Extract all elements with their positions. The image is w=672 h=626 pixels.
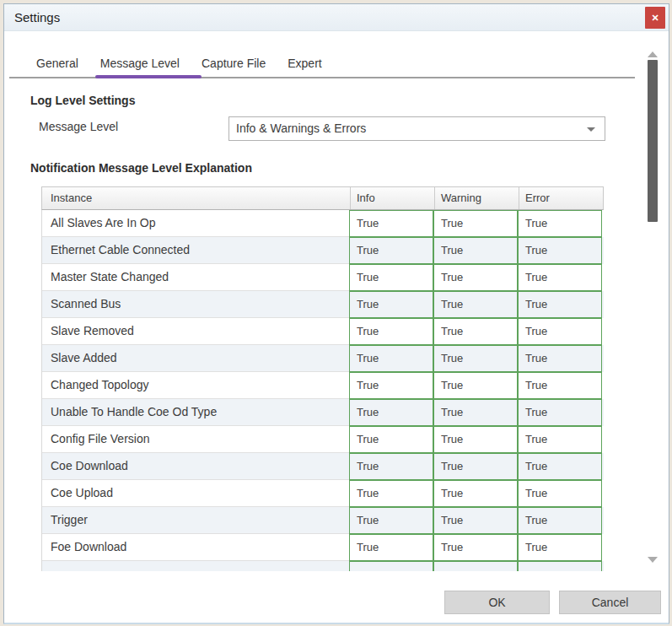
column-header-warning: Warning: [434, 187, 519, 209]
error-cell[interactable]: [518, 561, 602, 571]
chevron-down-icon: [587, 127, 595, 132]
table-row: Coe UploadTrueTrueTrue: [42, 480, 604, 507]
table-row: Slave RemovedTrueTrueTrue: [42, 318, 604, 345]
instance-cell: Config File Version: [42, 426, 349, 453]
table-header: Instance Info Warning Error: [41, 186, 604, 210]
message-level-label: Message Level: [39, 120, 118, 133]
table-row-partial: [42, 561, 604, 571]
info-cell[interactable]: True: [349, 264, 433, 291]
info-cell[interactable]: True: [349, 291, 433, 318]
info-cell[interactable]: True: [349, 480, 433, 507]
message-level-dropdown[interactable]: Info & Warnings & Errors: [228, 116, 605, 141]
column-header-instance: Instance: [42, 187, 350, 209]
warning-cell[interactable]: True: [433, 534, 518, 561]
instance-cell: Coe Upload: [42, 480, 349, 507]
log-level-settings-heading: Log Level Settings: [30, 94, 135, 107]
info-cell[interactable]: True: [349, 426, 433, 453]
instance-cell: All Slaves Are In Op: [42, 210, 349, 237]
instance-cell: Coe Download: [42, 453, 349, 480]
table-row: Foe DownloadTrueTrueTrue: [42, 534, 604, 561]
error-cell[interactable]: True: [518, 264, 602, 291]
info-cell[interactable]: True: [349, 372, 433, 399]
warning-cell[interactable]: True: [433, 237, 518, 264]
error-cell[interactable]: True: [518, 453, 602, 480]
notification-heading: Notification Message Level Explanation: [30, 161, 252, 175]
error-cell[interactable]: True: [518, 534, 602, 561]
warning-cell[interactable]: True: [433, 345, 518, 372]
warning-cell[interactable]: True: [433, 453, 518, 480]
table-row: Coe DownloadTrueTrueTrue: [42, 453, 604, 480]
settings-dialog: Settings ✕ General Message Level Capture…: [3, 3, 669, 624]
instance-cell: Master State Changed: [42, 264, 349, 291]
table-row: Ethernet Cable ConnectedTrueTrueTrue: [42, 237, 604, 264]
info-cell[interactable]: True: [349, 237, 433, 264]
table-row: All Slaves Are In OpTrueTrueTrue: [42, 210, 604, 237]
window-title: Settings: [14, 4, 60, 31]
table-body: All Slaves Are In OpTrueTrueTrueEthernet…: [41, 210, 604, 571]
info-cell[interactable]: True: [349, 399, 433, 426]
instance-cell: Scanned Bus: [42, 291, 349, 318]
notification-table: Instance Info Warning Error All Slaves A…: [41, 186, 604, 571]
info-cell[interactable]: True: [349, 345, 433, 372]
column-header-info: Info: [350, 187, 434, 209]
warning-cell[interactable]: True: [433, 399, 518, 426]
warning-cell[interactable]: True: [433, 291, 518, 318]
instance-cell: Trigger: [42, 507, 349, 534]
error-cell[interactable]: True: [518, 210, 602, 237]
warning-cell[interactable]: True: [433, 318, 518, 345]
instance-cell: Changed Topology: [42, 372, 349, 399]
error-cell[interactable]: True: [518, 372, 602, 399]
error-cell[interactable]: True: [518, 237, 602, 264]
scrollbar-thumb[interactable]: [648, 60, 658, 222]
warning-cell[interactable]: True: [433, 507, 518, 534]
warning-cell[interactable]: True: [433, 264, 518, 291]
info-cell[interactable]: True: [349, 453, 433, 480]
warning-cell[interactable]: True: [433, 480, 518, 507]
error-cell[interactable]: True: [518, 318, 602, 345]
instance-cell: Slave Added: [42, 345, 349, 372]
ok-button[interactable]: OK: [444, 591, 550, 614]
close-icon: ✕: [651, 13, 659, 24]
table-row: Slave AddedTrueTrueTrue: [42, 345, 604, 372]
warning-cell[interactable]: True: [433, 426, 518, 453]
warning-cell[interactable]: True: [433, 372, 518, 399]
scroll-up-icon[interactable]: [648, 51, 658, 57]
title-bar[interactable]: Settings ✕: [4, 4, 669, 31]
column-header-error: Error: [519, 187, 603, 209]
instance-cell: Unable To Handle Coe Od Type: [42, 399, 349, 426]
table-row: Scanned BusTrueTrueTrue: [42, 291, 604, 318]
instance-cell: Slave Removed: [42, 318, 349, 345]
warning-cell[interactable]: [433, 561, 518, 571]
warning-cell[interactable]: True: [433, 210, 518, 237]
info-cell[interactable]: True: [349, 318, 433, 345]
info-cell[interactable]: [349, 561, 433, 571]
table-row: Unable To Handle Coe Od TypeTrueTrueTrue: [42, 399, 604, 426]
table-row: TriggerTrueTrueTrue: [42, 507, 604, 534]
message-level-dropdown-value: Info & Warnings & Errors: [236, 121, 366, 135]
cancel-button[interactable]: Cancel: [559, 591, 661, 614]
info-cell[interactable]: True: [349, 534, 433, 561]
error-cell[interactable]: True: [518, 345, 602, 372]
instance-cell: Ethernet Cable Connected: [42, 237, 349, 264]
info-cell[interactable]: True: [349, 507, 433, 534]
error-cell[interactable]: True: [518, 480, 602, 507]
error-cell[interactable]: True: [518, 291, 602, 318]
table-row: Changed TopologyTrueTrueTrue: [42, 372, 604, 399]
info-cell[interactable]: True: [349, 210, 433, 237]
error-cell[interactable]: True: [518, 507, 602, 534]
close-button[interactable]: ✕: [645, 7, 665, 29]
instance-cell: [42, 561, 349, 571]
active-tab-indicator: [95, 75, 202, 78]
scroll-down-icon[interactable]: [648, 557, 658, 563]
table-row: Master State ChangedTrueTrueTrue: [42, 264, 604, 291]
error-cell[interactable]: True: [518, 426, 602, 453]
error-cell[interactable]: True: [518, 399, 602, 426]
instance-cell: Foe Download: [42, 534, 349, 561]
table-row: Config File VersionTrueTrueTrue: [42, 426, 604, 453]
